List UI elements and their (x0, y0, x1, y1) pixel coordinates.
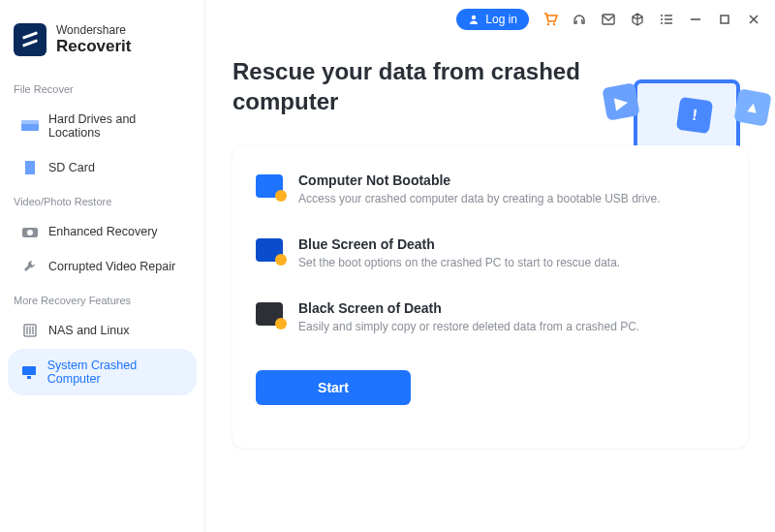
feature-desc: Access your crashed computer data by cre… (298, 191, 661, 207)
sidebar-item-label: Corrupted Video Repair (48, 260, 175, 273)
cart-icon[interactable] (542, 12, 558, 27)
server-icon (21, 324, 39, 337)
svg-point-3 (27, 230, 33, 235)
sidebar-item-label: NAS and Linux (48, 324, 129, 337)
brand-text: Wondershare Recoverit (56, 23, 131, 56)
illus-play-icon: ▶ (602, 82, 639, 120)
feature-title: Blue Screen of Death (298, 236, 620, 252)
app-window: Wondershare Recoverit File Recover Hard … (0, 0, 775, 532)
feature-title: Computer Not Bootable (298, 172, 661, 188)
feature-desc: Easily and simply copy or restore delete… (298, 319, 639, 335)
computer-icon (256, 174, 283, 198)
illus-image-icon: ▲ (733, 88, 771, 126)
start-label: Start (318, 380, 349, 395)
headset-icon[interactable] (572, 12, 587, 27)
sidebar: Wondershare Recoverit File Recover Hard … (0, 0, 205, 532)
main-panel: Log in (205, 0, 775, 532)
maximize-icon[interactable] (717, 12, 732, 27)
topbar: Log in (205, 0, 775, 33)
section-more-features: More Recovery Features (0, 285, 204, 312)
cube-icon[interactable] (630, 12, 645, 27)
svg-rect-8 (22, 366, 36, 375)
wrench-icon (21, 260, 39, 273)
svg-point-14 (661, 15, 663, 16)
login-button[interactable]: Log in (456, 9, 529, 30)
section-file-recover: File Recover (0, 74, 204, 101)
illus-warning-icon: ! (676, 97, 713, 134)
sidebar-item-system-crashed[interactable]: System Crashed Computer (8, 349, 197, 395)
sidebar-item-label: Hard Drives and Locations (48, 112, 183, 140)
login-label: Log in (485, 13, 517, 26)
start-button[interactable]: Start (256, 370, 411, 405)
sidebar-item-enhanced-recovery[interactable]: Enhanced Recovery (8, 215, 197, 248)
svg-rect-13 (603, 15, 614, 24)
sidebar-item-label: Enhanced Recovery (48, 225, 158, 238)
mail-icon[interactable] (601, 12, 616, 27)
page-title: Rescue your data from crashed computer (232, 56, 581, 116)
feature-not-bootable: Computer Not Bootable Access your crashe… (256, 172, 725, 207)
feature-title: Black Screen of Death (298, 300, 639, 316)
feature-blackscreen: Black Screen of Death Easily and simply … (256, 300, 725, 335)
svg-point-12 (553, 23, 555, 25)
svg-rect-21 (721, 16, 728, 23)
sidebar-item-label: SD Card (48, 161, 95, 174)
blackscreen-icon (256, 302, 283, 326)
close-icon[interactable] (746, 12, 761, 27)
svg-point-15 (661, 18, 663, 20)
brand-top: Wondershare (56, 23, 131, 37)
feature-desc: Set the boot options on the crashed PC t… (298, 255, 620, 271)
feature-bsod: Blue Screen of Death Set the boot option… (256, 236, 725, 271)
sidebar-item-hard-drives[interactable]: Hard Drives and Locations (8, 103, 197, 149)
svg-rect-9 (27, 376, 31, 379)
user-icon (468, 14, 480, 25)
svg-rect-1 (21, 120, 39, 124)
bluescreen-icon (256, 238, 283, 262)
feature-card: Computer Not Bootable Access your crashe… (232, 145, 748, 448)
svg-point-10 (472, 16, 476, 19)
monitor-icon (21, 365, 38, 379)
svg-rect-0 (21, 123, 39, 131)
sidebar-item-corrupted-video[interactable]: Corrupted Video Repair (8, 250, 197, 283)
list-icon[interactable] (659, 12, 674, 27)
sidebar-item-nas-linux[interactable]: NAS and Linux (8, 314, 197, 347)
minimize-icon[interactable] (688, 12, 703, 27)
svg-point-11 (547, 23, 549, 25)
svg-point-16 (661, 22, 663, 24)
drive-icon (21, 119, 39, 133)
brand-row: Wondershare Recoverit (0, 0, 204, 74)
sidebar-item-sd-card[interactable]: SD Card (8, 151, 197, 184)
content-area: Rescue your data from crashed computer ▶… (205, 33, 775, 532)
brand-bottom: Recoverit (56, 37, 131, 56)
brand-logo-icon (14, 23, 46, 56)
camera-icon (21, 225, 39, 238)
sidebar-item-label: System Crashed Computer (47, 359, 183, 386)
section-video-photo: Video/Photo Restore (0, 186, 204, 213)
sdcard-icon (21, 161, 39, 174)
